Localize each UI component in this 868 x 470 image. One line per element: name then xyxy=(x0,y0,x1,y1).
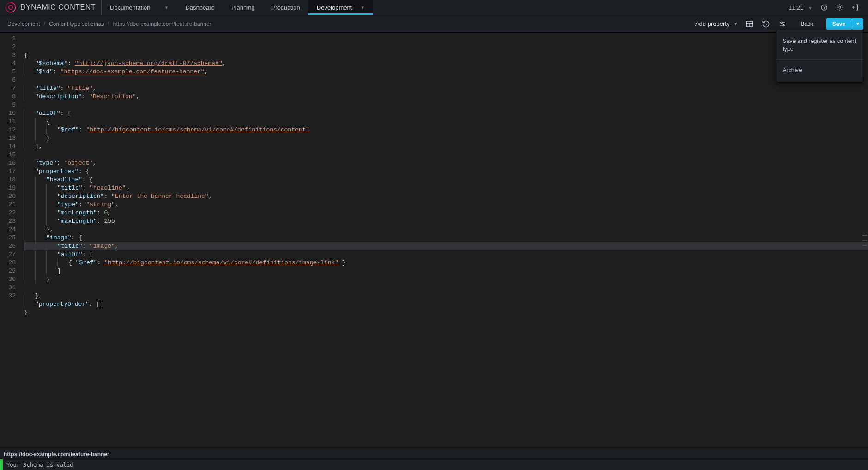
documentation-dropdown[interactable]: Documentation ▼ xyxy=(102,0,177,15)
breadcrumb-development[interactable]: Development xyxy=(7,21,40,27)
brand-logo-icon xyxy=(5,1,17,13)
layout-panel-icon[interactable] xyxy=(744,19,754,29)
gear-icon[interactable] xyxy=(836,3,844,12)
panel-resize-handle[interactable] xyxy=(862,235,867,246)
status-bar-file: https://doc-example.com/feature-banner xyxy=(0,449,868,459)
breadcrumb-sep: / xyxy=(108,21,109,27)
clock-time: 11:21 xyxy=(789,4,804,11)
status-file-path: https://doc-example.com/feature-banner xyxy=(4,451,109,458)
chevron-down-icon: ▼ xyxy=(808,6,813,11)
menu-divider xyxy=(776,59,863,60)
history-icon[interactable] xyxy=(761,19,771,29)
brand: DYNAMIC CONTENT xyxy=(0,0,102,15)
save-dropdown-toggle[interactable]: ▼ xyxy=(852,18,863,30)
documentation-label: Documentation xyxy=(110,4,150,11)
breadcrumb-content-type-schemas[interactable]: Content type schemas xyxy=(49,21,104,27)
save-button[interactable]: Save xyxy=(826,18,852,30)
tab-production[interactable]: Production xyxy=(263,0,308,15)
status-ok-indicator xyxy=(0,459,3,470)
add-property-dropdown[interactable]: Add property ▼ xyxy=(695,20,738,27)
settings-sliders-icon[interactable] xyxy=(778,19,788,29)
svg-point-9 xyxy=(781,22,783,23)
help-icon[interactable] xyxy=(820,3,828,12)
save-dropdown-menu: Save and register as content type Archiv… xyxy=(776,30,863,82)
svg-point-2 xyxy=(824,9,824,9)
add-property-label: Add property xyxy=(695,20,729,27)
chevron-down-icon: ▼ xyxy=(360,5,365,10)
logout-icon[interactable] xyxy=(851,3,860,12)
back-button[interactable]: Back xyxy=(794,18,820,30)
svg-point-10 xyxy=(783,24,784,26)
status-bar-validation: Your Schema is valid xyxy=(0,459,868,470)
breadcrumb: Development / Content type schemas / htt… xyxy=(7,21,211,27)
save-menu-archive[interactable]: Archive xyxy=(776,62,863,79)
chevron-down-icon: ▼ xyxy=(733,21,738,26)
svg-point-3 xyxy=(839,6,841,8)
code-content[interactable]: {"$schema": "http://json-schema.org/draf… xyxy=(20,33,868,448)
code-editor[interactable]: 1234567891011121314151617181920212223242… xyxy=(0,33,868,448)
main-tabs: Dashboard Planning Production Developmen… xyxy=(177,0,373,15)
line-number-gutter: 1234567891011121314151617181920212223242… xyxy=(0,33,20,448)
clock-dropdown[interactable]: 11:21 ▼ xyxy=(789,4,813,11)
breadcrumb-sep: / xyxy=(44,21,45,27)
status-message: Your Schema is valid xyxy=(6,462,73,468)
tab-dashboard[interactable]: Dashboard xyxy=(177,0,223,15)
brand-name: DYNAMIC CONTENT xyxy=(20,3,96,12)
breadcrumb-current: https://doc-example.com/feature-banner xyxy=(113,21,211,27)
chevron-down-icon: ▼ xyxy=(856,21,860,26)
save-menu-register[interactable]: Save and register as content type xyxy=(776,33,863,58)
tab-planning[interactable]: Planning xyxy=(223,0,263,15)
tab-development[interactable]: Development ▼ xyxy=(308,0,374,15)
chevron-down-icon: ▼ xyxy=(164,5,169,10)
svg-point-0 xyxy=(9,6,12,9)
